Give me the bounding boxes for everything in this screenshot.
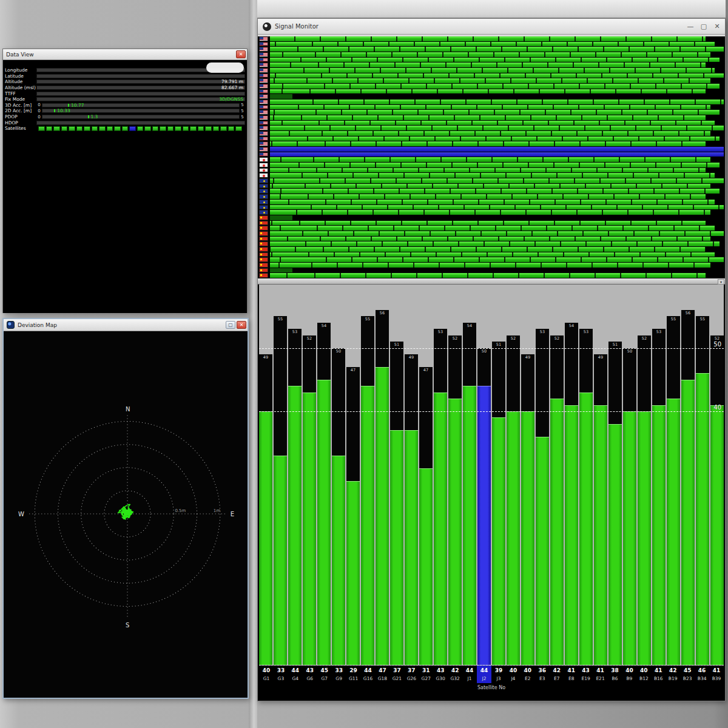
- table-row[interactable]: [258, 147, 725, 152]
- table-row[interactable]: [258, 141, 725, 147]
- table-row[interactable]: [258, 257, 725, 263]
- table-row[interactable]: [258, 73, 725, 79]
- table-row[interactable]: [258, 226, 725, 231]
- table-row[interactable]: [258, 105, 725, 110]
- flag-eu-icon: [259, 189, 268, 194]
- table-row[interactable]: [258, 84, 725, 89]
- table-row[interactable]: [258, 241, 725, 247]
- table-row[interactable]: [258, 131, 725, 136]
- signal-bar: [270, 89, 706, 94]
- signal-monitor-titlebar[interactable]: Signal Monitor — ▢ ✕: [258, 19, 725, 35]
- table-row[interactable]: [258, 178, 725, 184]
- chart-bar[interactable]: 47: [419, 285, 433, 665]
- close-icon[interactable]: ✕: [236, 50, 246, 58]
- data-view-titlebar[interactable]: Data View ✕: [3, 49, 247, 60]
- table-row[interactable]: [258, 62, 725, 68]
- table-row[interactable]: [258, 273, 725, 278]
- satellite-block: [205, 126, 212, 131]
- field-track: [36, 121, 245, 125]
- peak-value: 53: [652, 329, 666, 334]
- table-row[interactable]: [258, 136, 725, 142]
- restore-icon[interactable]: ▢: [697, 21, 710, 33]
- chart-bar[interactable]: 47: [346, 285, 360, 665]
- close-icon[interactable]: ✕: [237, 321, 246, 329]
- chart-bar[interactable]: 49: [405, 285, 418, 665]
- close-icon[interactable]: ✕: [710, 21, 724, 33]
- chart-bar[interactable]: 52: [448, 285, 462, 665]
- table-row[interactable]: [258, 252, 725, 258]
- table-row[interactable]: [258, 184, 725, 189]
- table-row[interactable]: [258, 173, 725, 178]
- table-row[interactable]: [258, 78, 725, 84]
- chart-bar[interactable]: 51: [608, 285, 622, 665]
- chart-bar[interactable]: 50: [623, 285, 636, 665]
- table-row[interactable]: [258, 115, 725, 121]
- scrollbar-arrow-icon[interactable]: ▾: [718, 279, 724, 285]
- table-row[interactable]: [258, 52, 725, 58]
- x-value: 36: [535, 666, 550, 675]
- table-row[interactable]: [258, 89, 725, 95]
- restore-icon[interactable]: ▢: [226, 321, 235, 329]
- deviation-map-titlebar[interactable]: Deviation Map ▢ ✕: [4, 319, 248, 331]
- chart-bar[interactable]: 54: [565, 285, 578, 665]
- table-row[interactable]: [258, 110, 725, 115]
- chart-bar[interactable]: 49: [594, 285, 607, 665]
- chart-bar[interactable]: 53: [536, 285, 549, 665]
- table-row[interactable]: [258, 58, 725, 63]
- chart-bar[interactable]: 55: [667, 285, 680, 665]
- chart-bar[interactable]: 56: [376, 285, 389, 665]
- chart-bar[interactable]: 56: [681, 285, 695, 665]
- chart-bar[interactable]: 54: [463, 285, 476, 665]
- table-row[interactable]: [258, 163, 725, 168]
- gauge-value: 10.33: [57, 109, 70, 113]
- table-row[interactable]: [258, 121, 725, 126]
- signal-bar-track: [270, 184, 724, 189]
- table-row[interactable]: [258, 210, 725, 215]
- x-value: 40: [521, 666, 535, 675]
- table-row[interactable]: [258, 205, 725, 211]
- chart-bar[interactable]: 55: [361, 285, 374, 665]
- table-row[interactable]: [258, 68, 725, 73]
- table-row[interactable]: [258, 42, 725, 47]
- chart-bar[interactable]: 54: [317, 285, 331, 665]
- table-row[interactable]: [258, 237, 725, 242]
- minimize-icon[interactable]: —: [684, 21, 697, 33]
- chart-bar[interactable]: 52: [638, 285, 651, 665]
- chart-bar[interactable]: 50: [332, 285, 345, 665]
- chart-bar[interactable]: 49: [259, 285, 272, 665]
- chart-bar[interactable]: 55: [696, 285, 709, 665]
- chart-bar[interactable]: 52: [303, 285, 316, 665]
- table-row[interactable]: [258, 194, 725, 200]
- table-row[interactable]: [258, 99, 725, 105]
- table-row[interactable]: [258, 247, 725, 252]
- table-row[interactable]: [258, 263, 725, 268]
- chart-bar[interactable]: 52: [710, 285, 724, 665]
- chart-bar[interactable]: 51: [390, 285, 403, 665]
- chart-bar[interactable]: 53: [288, 285, 302, 665]
- table-row[interactable]: [258, 189, 725, 194]
- north-label: N: [126, 406, 130, 413]
- table-row[interactable]: [258, 200, 725, 205]
- table-row[interactable]: [258, 157, 725, 163]
- table-row[interactable]: [258, 47, 725, 52]
- splitter[interactable]: ▾: [258, 278, 725, 285]
- table-row[interactable]: [258, 215, 725, 221]
- table-row[interactable]: [258, 36, 725, 42]
- table-row[interactable]: [258, 231, 725, 237]
- table-row[interactable]: [258, 268, 725, 274]
- satellite-block: [129, 126, 136, 131]
- chart-bar[interactable]: 52: [550, 285, 564, 665]
- table-row[interactable]: [258, 94, 725, 99]
- chart-bar[interactable]: 55: [274, 285, 287, 665]
- table-row[interactable]: [258, 152, 725, 158]
- chart-bar[interactable]: 53: [434, 285, 447, 665]
- chart-bar[interactable]: 53: [652, 285, 666, 665]
- chart-bar[interactable]: 49: [521, 285, 534, 665]
- table-row[interactable]: [258, 221, 725, 226]
- table-row[interactable]: [258, 168, 725, 174]
- chart-bar[interactable]: 51: [492, 285, 505, 665]
- table-row[interactable]: [258, 126, 725, 131]
- chart-bar[interactable]: 52: [507, 285, 520, 665]
- chart-bar[interactable]: 53: [579, 285, 593, 665]
- chart-bar[interactable]: 50: [477, 285, 491, 665]
